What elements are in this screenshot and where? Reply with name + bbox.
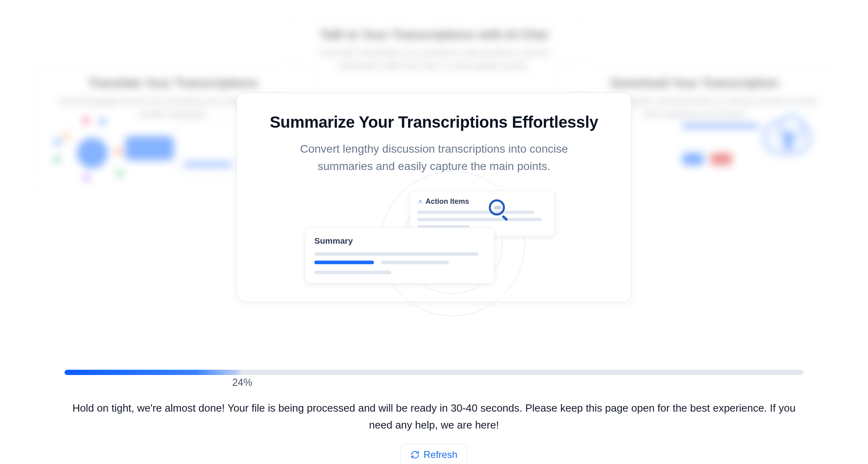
bg-card-title: Translate Your Transcriptions (46, 76, 301, 90)
bg-card-description: Chat with Transkriptor's AI assistant to… (301, 46, 567, 72)
sparkle-icon (417, 199, 423, 204)
processing-progress-area: 24% Hold on tight, we're almost done! Yo… (64, 370, 804, 464)
bg-card-title: Download Your Transcription (567, 76, 822, 90)
action-items-label: Action Items (417, 197, 547, 206)
refresh-button[interactable]: Refresh (401, 444, 467, 464)
feature-carousel: Talk to Your Transcriptions with AI Chat… (0, 0, 868, 322)
magnifier-icon (488, 199, 511, 221)
refresh-button-label: Refresh (424, 449, 457, 460)
summarize-illustration: Action Items Summary (305, 187, 563, 280)
illustration-summary-card: Summary (305, 228, 494, 284)
download-illustration (682, 120, 811, 180)
translate-illustration (53, 116, 158, 180)
progress-bar (64, 370, 804, 375)
featured-description: Convert lengthy discussion transcription… (277, 140, 591, 175)
featured-card-summarize: Summarize Your Transcriptions Effortless… (237, 93, 631, 302)
bg-card-title: Talk to Your Transcriptions with AI Chat (301, 28, 567, 41)
featured-title: Summarize Your Transcriptions Effortless… (259, 113, 609, 131)
progress-bar-fill (64, 370, 242, 375)
processing-status-message: Hold on tight, we're almost done! Your f… (64, 400, 804, 433)
progress-percent-label: 24% (64, 377, 804, 388)
refresh-icon (411, 450, 419, 459)
summary-label: Summary (314, 236, 485, 246)
